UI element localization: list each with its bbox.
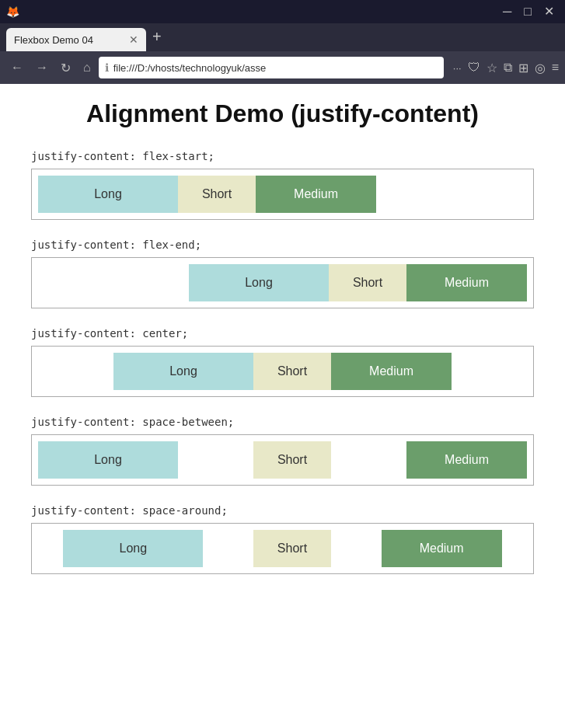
refresh-button[interactable]: ↻ — [56, 57, 75, 78]
info-icon: ℹ — [105, 61, 109, 74]
tab-close-button[interactable]: ✕ — [129, 33, 138, 46]
section-label-center: justify-content: center; — [31, 327, 534, 340]
tab-list-icon[interactable]: ⊞ — [518, 61, 528, 75]
section-label-flex-start: justify-content: flex-start; — [31, 150, 534, 162]
browser-icon: 🦊 — [6, 5, 19, 18]
box-long-0: Long — [38, 176, 178, 213]
bookmark-icon[interactable]: ☆ — [487, 61, 497, 75]
demo-section-space-between: justify-content: space-between;LongShort… — [31, 416, 534, 486]
section-label-space-between: justify-content: space-between; — [31, 416, 534, 428]
page-content: Alignment Demo (justify-content) justify… — [0, 84, 565, 728]
window-controls[interactable]: ─ □ ✕ — [498, 5, 559, 18]
box-medium-0: Medium — [256, 176, 376, 213]
active-tab[interactable]: Flexbox Demo 04 ✕ — [6, 28, 146, 51]
forward-button[interactable]: → — [31, 57, 53, 78]
more-button[interactable]: ··· — [453, 62, 462, 74]
flex-container-center: LongShortMedium — [31, 346, 534, 397]
nav-bar: ← → ↻ ⌂ ℹ file:///D:/vhosts/technologyuk… — [0, 51, 565, 84]
pocket-icon: 🛡 — [468, 61, 480, 75]
demo-section-space-around: justify-content: space-around;LongShortM… — [31, 504, 534, 574]
box-medium-3: Medium — [406, 441, 527, 479]
box-medium-4: Medium — [382, 530, 502, 567]
address-bar[interactable]: ℹ file:///D:/vhosts/technologyuk/asse — [99, 57, 444, 78]
page-title: Alignment Demo (justify-content) — [31, 99, 534, 128]
sections-container: justify-content: flex-start;LongShortMed… — [31, 150, 534, 574]
profile-icon[interactable]: ◎ — [535, 61, 546, 75]
nav-icons: ··· 🛡 ☆ ⧉ ⊞ ◎ ≡ — [453, 61, 559, 75]
demo-section-flex-start: justify-content: flex-start;LongShortMed… — [31, 150, 534, 220]
maximize-button[interactable]: □ — [519, 5, 536, 18]
menu-button[interactable]: ≡ — [552, 61, 559, 75]
box-short-0: Short — [178, 176, 256, 213]
tab-bar: Flexbox Demo 04 ✕ + — [0, 23, 565, 51]
box-short-3: Short — [253, 441, 331, 479]
box-short-4: Short — [253, 530, 331, 567]
box-long-1: Long — [189, 264, 329, 301]
section-label-space-around: justify-content: space-around; — [31, 504, 534, 517]
box-medium-1: Medium — [406, 264, 527, 301]
flex-container-space-around: LongShortMedium — [31, 523, 534, 574]
section-label-flex-end: justify-content: flex-end; — [31, 239, 534, 251]
box-long-3: Long — [38, 441, 178, 479]
close-button[interactable]: ✕ — [539, 5, 559, 18]
box-short-2: Short — [253, 353, 331, 390]
home-button[interactable]: ⌂ — [78, 57, 96, 78]
box-long-2: Long — [113, 353, 253, 390]
demo-section-center: justify-content: center;LongShortMedium — [31, 327, 534, 397]
title-bar-left: 🦊 — [6, 5, 19, 18]
flex-container-flex-start: LongShortMedium — [31, 169, 534, 220]
tab-label: Flexbox Demo 04 — [14, 34, 93, 46]
demo-section-flex-end: justify-content: flex-end;LongShortMediu… — [31, 239, 534, 308]
back-button[interactable]: ← — [6, 57, 28, 78]
flex-container-flex-end: LongShortMedium — [31, 257, 534, 308]
box-medium-2: Medium — [331, 353, 452, 390]
collections-icon[interactable]: ⧉ — [504, 61, 512, 75]
box-short-1: Short — [329, 264, 406, 301]
new-tab-button[interactable]: + — [152, 28, 162, 46]
box-long-4: Long — [63, 530, 203, 567]
minimize-button[interactable]: ─ — [498, 5, 516, 18]
title-bar: 🦊 ─ □ ✕ — [0, 0, 565, 23]
flex-container-space-between: LongShortMedium — [31, 434, 534, 486]
url-text: file:///D:/vhosts/technologyuk/asse — [113, 62, 438, 74]
